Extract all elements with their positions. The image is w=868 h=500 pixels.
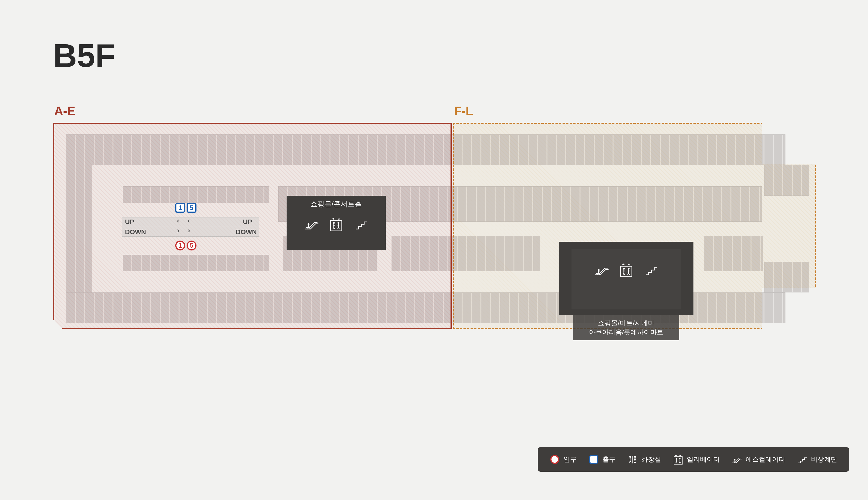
floor-title: B5F: [53, 36, 115, 75]
entry-badges: 1 5: [174, 241, 197, 250]
escalator-icon: [304, 217, 318, 231]
exit-badge-5: 5: [186, 203, 196, 213]
entry-badge-1: 1: [175, 241, 185, 250]
legend-stairs: 비상계단: [797, 454, 837, 465]
entry-badge-5: 5: [186, 241, 196, 250]
legend: 입구 출구 화장실 엘리베이터 에스컬레이터 비상계단: [538, 447, 849, 472]
legend-exit: 출구: [589, 455, 616, 464]
legend-elevator: 엘리베이터: [673, 454, 720, 465]
amenity1-title: 쇼핑몰/콘서트홀: [287, 196, 386, 210]
exit-icon: [589, 455, 598, 464]
exit-badge-1: 1: [175, 203, 185, 213]
escalator-icon: [732, 454, 742, 465]
chevron-left-icon: ‹: [177, 216, 179, 225]
stairs-icon: [354, 217, 368, 231]
restroom-icon: [627, 454, 638, 465]
elevator-icon: [673, 454, 683, 465]
legend-elevator-label: 엘리베이터: [687, 455, 720, 464]
stairs-icon: [797, 454, 807, 465]
exit-badges: 1 5: [174, 203, 197, 213]
amenity-box-mall-concert: 쇼핑몰/콘서트홀: [287, 196, 386, 250]
down-arrows: › ›: [177, 226, 190, 235]
down-label-right: DOWN: [236, 228, 257, 236]
legend-restroom-label: 화장실: [641, 455, 661, 464]
legend-escalator: 에스컬레이터: [732, 454, 785, 465]
chevron-right-icon: ›: [177, 226, 179, 235]
aisle-divider: [122, 217, 259, 227]
amenity2-line2: 아쿠아리움/롯데하이마트: [580, 328, 672, 337]
zone-label-fl: F-L: [454, 104, 473, 118]
chevron-left-icon: ‹: [188, 216, 190, 225]
up-arrows: ‹ ‹: [177, 216, 190, 225]
escalator-icon: [594, 263, 608, 277]
legend-entry-label: 입구: [563, 455, 577, 464]
stairs-icon: [644, 263, 658, 277]
amenity-box-mall-mart: [559, 242, 694, 315]
elevator-icon: [619, 263, 633, 277]
legend-exit-label: 출구: [602, 455, 616, 464]
amenity2-sub-label: 쇼핑몰/마트/시네마 아쿠아리움/롯데하이마트: [573, 315, 679, 340]
up-label-right: UP: [243, 218, 252, 226]
legend-stairs-label: 비상계단: [811, 455, 837, 464]
amenity2-line1: 쇼핑몰/마트/시네마: [580, 318, 672, 328]
legend-escalator-label: 에스컬레이터: [745, 455, 785, 464]
zone-label-ae: A-E: [54, 104, 76, 118]
entry-icon: [550, 455, 559, 464]
elevator-icon: [329, 217, 343, 231]
down-label-left: DOWN: [125, 228, 146, 236]
legend-restroom: 화장실: [627, 454, 661, 465]
chevron-right-icon: ›: [188, 226, 190, 235]
legend-entry: 입구: [550, 455, 577, 464]
up-label-left: UP: [125, 218, 134, 226]
